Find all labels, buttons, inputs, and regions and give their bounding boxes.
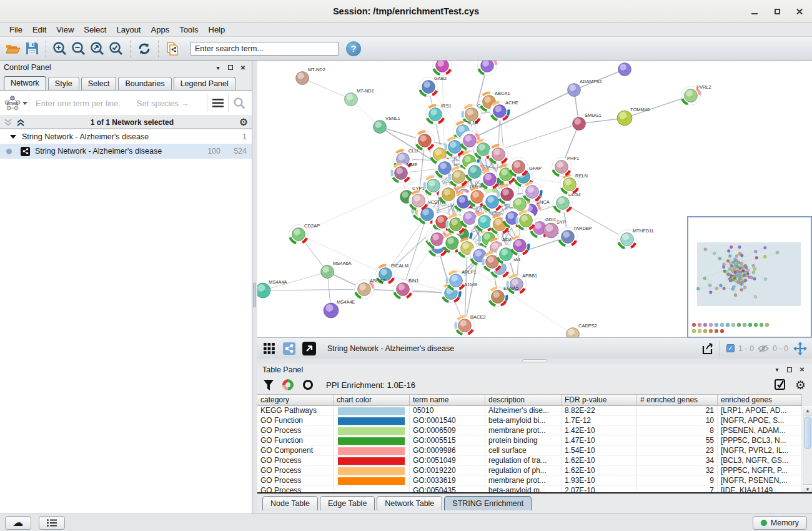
- node-IRS1[interactable]: IRS1: [426, 103, 452, 124]
- zoom-selected-button[interactable]: [107, 39, 126, 58]
- select-all-checkbox-icon[interactable]: [775, 379, 786, 391]
- menu-help[interactable]: Help: [204, 24, 230, 36]
- column-header-term-name[interactable]: term name: [410, 394, 485, 406]
- node-BACE2[interactable]: BACE2: [455, 314, 486, 335]
- close-panel-icon[interactable]: ✕: [797, 365, 807, 374]
- node-TOMM40[interactable]: TOMM40: [617, 107, 650, 126]
- task-history-button[interactable]: [39, 516, 65, 530]
- menu-file[interactable]: File: [5, 24, 27, 36]
- menu-view[interactable]: View: [52, 24, 78, 36]
- string-query-input[interactable]: Enter one term per line. Set species →: [29, 94, 207, 112]
- node[interactable]: [523, 182, 542, 202]
- column-header--enriched-genes[interactable]: # enriched genes: [637, 394, 718, 406]
- menu-layout[interactable]: Layout: [112, 24, 145, 36]
- panel-menu-icon[interactable]: ▾: [213, 63, 223, 72]
- open-session-button[interactable]: [4, 39, 22, 58]
- node[interactable]: [618, 63, 631, 76]
- table-row[interactable]: GO ProcessGO:0051049regulation of tra...…: [257, 456, 812, 466]
- string-view-button[interactable]: [281, 340, 297, 357]
- node[interactable]: [510, 236, 530, 256]
- node-MME[interactable]: MME: [392, 162, 418, 183]
- close-panel-icon[interactable]: ✕: [238, 63, 248, 72]
- maximize-button[interactable]: [768, 3, 786, 19]
- column-header-category[interactable]: category: [257, 394, 334, 406]
- gear-icon[interactable]: ⚙: [239, 117, 248, 127]
- node[interactable]: [509, 157, 528, 177]
- tab-legend-panel[interactable]: Legend Panel: [174, 77, 235, 90]
- splitter-handle[interactable]: [522, 359, 547, 362]
- expand-all-icon[interactable]: [16, 119, 25, 126]
- vertical-splitter[interactable]: [252, 61, 257, 514]
- refresh-button[interactable]: [135, 39, 154, 58]
- help-button[interactable]: ?: [346, 41, 361, 56]
- zoom-in-button[interactable]: [51, 39, 69, 58]
- menu-apps[interactable]: Apps: [147, 24, 174, 36]
- float-panel-icon[interactable]: [225, 63, 235, 72]
- zoom-fit-button[interactable]: [88, 39, 107, 58]
- export-network-button[interactable]: [700, 340, 716, 357]
- node-DLG4[interactable]: DLG4: [553, 192, 581, 213]
- ring-chart-icon[interactable]: [302, 379, 314, 390]
- scroll-up-icon[interactable]: ▲: [803, 406, 812, 415]
- tab-string-enrichment[interactable]: STRING Enrichment: [444, 496, 532, 510]
- string-search-button[interactable]: [228, 94, 249, 112]
- node-ACHE[interactable]: ACHE: [490, 100, 518, 121]
- node-MS4A4E[interactable]: MS4A4E: [324, 299, 355, 318]
- minimize-button[interactable]: [746, 3, 763, 19]
- node[interactable]: [409, 191, 428, 211]
- table-row[interactable]: GO FunctionGO:0001540beta-amyloid bi...1…: [257, 416, 812, 426]
- column-header-enriched-genes[interactable]: enriched genes: [718, 394, 802, 406]
- welcome-screen-button[interactable]: ☁: [5, 516, 31, 530]
- tab-edge-table[interactable]: Edge Table: [320, 496, 375, 510]
- tab-node-table[interactable]: Node Table: [262, 496, 318, 510]
- tab-select[interactable]: Select: [81, 77, 117, 90]
- menu-tools[interactable]: Tools: [175, 24, 202, 36]
- save-session-button[interactable]: [22, 39, 41, 58]
- tab-boundaries[interactable]: Boundaries: [118, 77, 171, 90]
- string-protein-query-selector[interactable]: STRING: [2, 95, 29, 111]
- table-row[interactable]: GO ProcessGO:0033619membrane prot...1.93…: [257, 476, 812, 486]
- memory-button[interactable]: Memory: [753, 516, 807, 530]
- node-CD2AP[interactable]: CD2AP: [289, 223, 320, 244]
- table-row[interactable]: KEGG Pathways05010Alzheimer's dise...8.8…: [257, 406, 812, 416]
- node-BIN1[interactable]: BIN1: [394, 278, 419, 299]
- node-ADAMTS2[interactable]: ADAMTS2: [568, 79, 602, 97]
- tab-network-table[interactable]: Network Table: [377, 496, 442, 510]
- node-CADPS2[interactable]: CADPS2: [567, 323, 598, 338]
- horizontal-splitter[interactable]: [257, 359, 812, 364]
- node-EFNA5[interactable]: EFNA5: [488, 285, 519, 307]
- column-header-description[interactable]: description: [485, 394, 562, 406]
- birdseye-view[interactable]: [687, 216, 812, 338]
- settings-gear-icon[interactable]: ⚙: [795, 379, 806, 391]
- table-row[interactable]: GO FunctionGO:0005515protein binding1.47…: [257, 436, 812, 446]
- table-row[interactable]: GO ProcessGO:0019220regulation of ph...1…: [257, 466, 812, 476]
- table-row[interactable]: GO ComponentGO:0009986cell surface1.54E-…: [257, 446, 812, 456]
- node[interactable]: [489, 145, 508, 164]
- splitter-handle[interactable]: [253, 282, 256, 307]
- clone-network-button[interactable]: [163, 39, 182, 58]
- menu-select[interactable]: Select: [79, 24, 111, 36]
- node-PVRL2[interactable]: PVRL2: [681, 84, 711, 106]
- node-MS4A4A[interactable]: MS4A4A: [257, 279, 287, 298]
- node-ABCA7[interactable]: ABCA7: [355, 278, 385, 299]
- detach-view-button[interactable]: [301, 340, 317, 357]
- network-collection-row[interactable]: String Network - Alzheimer's disease 1: [0, 129, 252, 144]
- tab-style[interactable]: Style: [48, 77, 79, 90]
- table-row[interactable]: GO ProcessGO:0050435beta-amyloid m...2.0…: [257, 486, 812, 494]
- close-button[interactable]: ✕: [791, 3, 808, 19]
- network-canvas[interactable]: MT-ND2MT-ND1VSNL1GAB2IRS1CLUMMECYP19A1NC…: [257, 61, 812, 338]
- collapse-all-icon[interactable]: [4, 119, 12, 126]
- scrollbar-thumb[interactable]: [804, 417, 811, 449]
- zoom-out-button[interactable]: [69, 39, 88, 58]
- float-panel-icon[interactable]: [785, 365, 795, 374]
- node-MT-ND1[interactable]: MT-ND1: [345, 88, 374, 106]
- string-options-button[interactable]: [207, 94, 228, 112]
- node[interactable]: [415, 131, 435, 151]
- chart-donut-icon[interactable]: [282, 379, 294, 390]
- node-GAB2[interactable]: GAB2: [419, 76, 447, 97]
- network-row-selected[interactable]: String Network - Alzheimer's disease 100…: [0, 144, 252, 159]
- search-input[interactable]: [191, 42, 339, 56]
- table-scrollbar[interactable]: ▲ ▼: [803, 406, 812, 494]
- grid-view-button[interactable]: [261, 340, 277, 357]
- navigate-button[interactable]: [792, 340, 808, 357]
